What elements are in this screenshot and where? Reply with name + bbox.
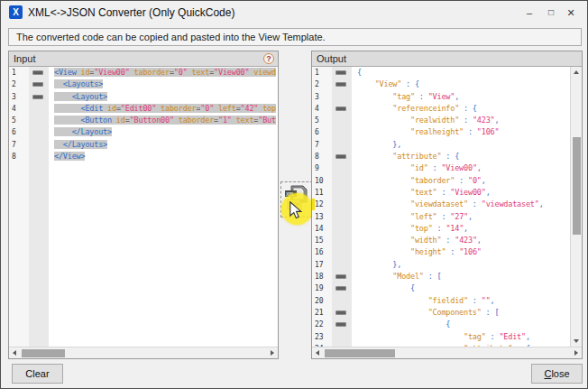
- clear-button[interactable]: Clear: [12, 364, 63, 384]
- line-number: 9: [312, 162, 332, 174]
- fold-collapse-icon[interactable]: [335, 82, 346, 87]
- hscroll-thumb[interactable]: [325, 349, 395, 357]
- fold-collapse-icon[interactable]: [335, 70, 346, 75]
- close-button[interactable]: Close: [531, 364, 583, 384]
- code-line[interactable]: 4 "referenceinfo" : {: [312, 103, 570, 115]
- fold-gutter-cell: [332, 115, 352, 126]
- code-text: "tag" : "Edit",: [352, 331, 530, 343]
- fold-collapse-icon[interactable]: [32, 70, 43, 75]
- code-line[interactable]: 23 "tag" : "Edit",: [312, 331, 570, 343]
- code-line[interactable]: 9 "id" : "View00",: [312, 162, 570, 174]
- code-line[interactable]: 1{: [312, 67, 570, 79]
- fold-collapse-icon[interactable]: [335, 107, 346, 111]
- fold-collapse-icon[interactable]: [335, 310, 346, 315]
- code-text: "referenceinfo" : {: [352, 103, 477, 115]
- line-number: 23: [312, 331, 332, 343]
- code-line[interactable]: 6 </Layout>: [9, 126, 278, 138]
- code-line[interactable]: 22 {: [312, 319, 570, 330]
- scroll-right-arrow-icon[interactable]: [266, 347, 278, 359]
- line-number: 5: [9, 115, 29, 126]
- line-number: 5: [312, 115, 332, 126]
- code-line[interactable]: 21 "Components" : [: [312, 307, 570, 319]
- code-text: "id" : "View00",: [352, 162, 482, 174]
- code-line[interactable]: 14 "top" : "14",: [312, 223, 570, 235]
- code-line[interactable]: 3 "tag" : "View",: [312, 91, 570, 103]
- code-line[interactable]: 3 <Layout>: [9, 91, 278, 103]
- fold-gutter-cell: [332, 319, 352, 330]
- output-vertical-scrollbar[interactable]: [570, 67, 582, 347]
- code-text: "realheight" : "106": [352, 126, 499, 138]
- line-number: 15: [312, 235, 332, 246]
- code-line[interactable]: 13 "left" : "27",: [312, 211, 570, 223]
- code-text: "text" : "View00",: [352, 187, 491, 199]
- fold-gutter-cell: [29, 67, 49, 79]
- code-line[interactable]: 2 "View" : {: [312, 79, 570, 90]
- output-horizontal-scrollbar[interactable]: [312, 347, 582, 358]
- fold-gutter-cell: [29, 139, 49, 151]
- fold-collapse-icon[interactable]: [335, 274, 346, 279]
- line-number: 8: [9, 151, 29, 162]
- code-line[interactable]: 17 },: [312, 259, 570, 271]
- output-code-editor[interactable]: 1{2 "View" : {3 "tag" : "View",4 "refere…: [312, 67, 570, 347]
- line-number: 1: [9, 67, 29, 79]
- vscroll-thumb[interactable]: [573, 137, 581, 235]
- code-line[interactable]: 8 "attribute" : {: [312, 151, 570, 162]
- hscroll-thumb[interactable]: [22, 349, 65, 357]
- code-line[interactable]: 8</View>: [9, 151, 278, 162]
- code-line[interactable]: 2 <Layouts>: [9, 79, 278, 90]
- code-line[interactable]: 15 "width" : "423",: [312, 235, 570, 246]
- code-text: "taborder" : "0",: [352, 175, 486, 187]
- code-line[interactable]: 11 "text" : "View00",: [312, 187, 570, 199]
- input-code-editor[interactable]: 1<View id="View00" taborder="0" text="Vi…: [9, 67, 278, 347]
- code-line[interactable]: 7 },: [312, 139, 570, 151]
- code-line[interactable]: 5 "realwidth" : "423",: [312, 115, 570, 126]
- input-panel: Input ? 1<View id="View00" taborder="0" …: [8, 51, 279, 359]
- code-line[interactable]: 1<View id="View00" taborder="0" text="Vi…: [9, 67, 278, 79]
- scroll-right-arrow-icon[interactable]: [570, 347, 582, 359]
- title-bar[interactable]: X XML<->JSON Converter (Only QuickCode) …: [1, 1, 587, 24]
- scroll-down-arrow-icon[interactable]: [571, 335, 583, 347]
- help-icon[interactable]: ?: [263, 53, 274, 64]
- line-number: 4: [9, 103, 29, 115]
- code-line[interactable]: 18 "Model" : [: [312, 271, 570, 282]
- modified-line-marker: [312, 199, 315, 210]
- input-horizontal-scrollbar[interactable]: [9, 347, 278, 358]
- scroll-up-arrow-icon[interactable]: [571, 67, 583, 79]
- minimize-button[interactable]: –: [520, 5, 538, 21]
- fold-collapse-icon[interactable]: [335, 322, 346, 327]
- line-number: 12: [312, 199, 332, 210]
- line-number: 4: [312, 103, 332, 115]
- code-text: },: [352, 139, 401, 151]
- code-line[interactable]: 10 "taborder" : "0",: [312, 175, 570, 187]
- maximize-button[interactable]: □: [542, 5, 560, 21]
- code-text: "attribute" : {: [352, 151, 459, 162]
- scroll-left-arrow-icon[interactable]: [312, 347, 324, 359]
- code-line[interactable]: 20 "fieldid" : "",: [312, 295, 570, 307]
- code-text: "View" : {: [352, 79, 419, 90]
- fold-collapse-icon[interactable]: [335, 154, 346, 159]
- line-number: 2: [312, 79, 332, 90]
- code-line[interactable]: 16 "height" : "106": [312, 246, 570, 258]
- close-window-button[interactable]: ✕: [562, 5, 580, 21]
- code-line[interactable]: 5 <Button id="Button00" taborder="1" tex…: [9, 115, 278, 126]
- code-text: "left" : "27",: [352, 211, 473, 223]
- code-line[interactable]: 19 {: [312, 282, 570, 294]
- fold-collapse-icon[interactable]: [32, 95, 43, 99]
- line-number: 6: [312, 126, 332, 138]
- code-text: {: [352, 67, 362, 79]
- line-number: 22: [312, 319, 332, 330]
- clear-button-label: Clear: [25, 365, 49, 383]
- code-line[interactable]: 6 "realheight" : "106": [312, 126, 570, 138]
- fold-gutter-cell: [332, 175, 352, 187]
- code-line[interactable]: 4 <Edit id="Edit00" taborder="0" left="4…: [9, 103, 278, 115]
- scroll-left-arrow-icon[interactable]: [9, 347, 21, 359]
- code-line[interactable]: 12 "viewdataset" : "viewdataset",: [312, 199, 570, 210]
- code-text: <Layouts>: [49, 79, 103, 90]
- fold-collapse-icon[interactable]: [32, 82, 43, 87]
- fold-collapse-icon[interactable]: [335, 286, 346, 291]
- fold-gutter-cell: [332, 103, 352, 115]
- code-line[interactable]: 7 </Layouts>: [9, 139, 278, 151]
- line-number: 18: [312, 271, 332, 282]
- line-number: 21: [312, 307, 332, 319]
- fold-gutter-cell: [332, 91, 352, 103]
